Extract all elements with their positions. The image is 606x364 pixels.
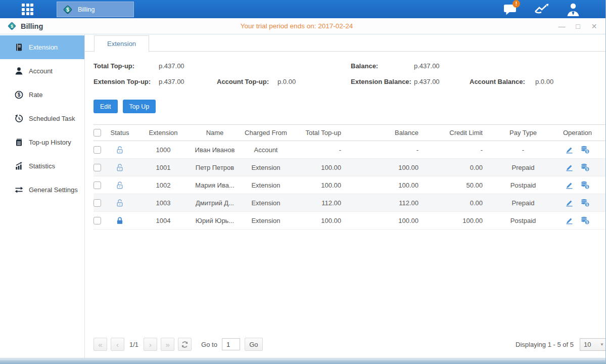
svg-text:$: $ <box>586 167 588 171</box>
user-account-icon[interactable] <box>565 2 581 17</box>
table-row: 1004 Юрий Юрь... Extension 100.00 100.00… <box>94 212 606 230</box>
edit-row-button[interactable] <box>565 216 574 225</box>
svg-text:$: $ <box>586 150 588 154</box>
tab-extension[interactable]: Extension <box>94 35 149 52</box>
app-menu-grid-icon[interactable] <box>22 4 35 15</box>
sidebar-item-topup-history[interactable]: Top-up History <box>0 130 84 154</box>
window-title-text: Billing <box>21 22 43 30</box>
col-pay-type: Pay Type <box>490 125 556 141</box>
col-credit-limit: Credit Limit <box>426 125 490 141</box>
next-page-button[interactable]: › <box>144 338 157 351</box>
sidebar-item-statistics[interactable]: Statistics <box>0 154 84 178</box>
pay-type: Postpaid <box>490 212 556 229</box>
top-up-row-button[interactable]: $ <box>580 145 590 154</box>
select-all-checkbox[interactable] <box>94 129 101 136</box>
action-buttons: Edit Top Up <box>94 100 606 113</box>
balance-label: Balance: <box>351 62 414 70</box>
col-total-topup: Total Top-up <box>295 125 348 141</box>
account-topup-label: Account Top-up: <box>217 78 277 85</box>
pencil-icon <box>565 181 574 190</box>
coins-icon: $ <box>580 145 590 154</box>
charged-from: Extension <box>237 212 295 229</box>
window-bottom-edge <box>0 358 605 364</box>
table-row: 1002 Мария Ива... Extension 100.00 100.0… <box>94 176 606 194</box>
goto-page-input[interactable] <box>222 338 240 350</box>
row-checkbox[interactable] <box>94 146 101 154</box>
extension-number: 1001 <box>134 159 193 176</box>
minimize-button[interactable]: — <box>557 22 566 30</box>
person-icon <box>15 67 23 75</box>
extension-number: 1000 <box>134 141 193 158</box>
top-up-row-button[interactable]: $ <box>580 216 590 225</box>
top-up-button[interactable]: Top Up <box>123 100 156 113</box>
sidebar-item-rate[interactable]: $ Rate <box>0 83 84 107</box>
extension-number: 1003 <box>134 194 193 211</box>
extension-number: 1002 <box>134 176 193 194</box>
ledger-icon <box>15 43 23 52</box>
refresh-button[interactable] <box>178 338 192 351</box>
taskbar-tab-billing[interactable]: $ Billing <box>57 2 134 17</box>
sidebar-item-scheduled-task[interactable]: Scheduled Task <box>0 107 84 130</box>
table-header: Status Extension Name Charged From Total… <box>94 124 606 141</box>
col-name: Name <box>193 125 237 141</box>
go-button[interactable]: Go <box>245 338 263 351</box>
col-operation: Operation <box>556 125 598 141</box>
balance: 100.00 <box>348 176 426 194</box>
edit-row-button[interactable] <box>565 146 574 154</box>
pencil-icon <box>565 146 574 154</box>
tab-strip: Extension <box>85 34 606 52</box>
total-topup-value: p.437.00 <box>159 62 217 70</box>
row-checkbox[interactable] <box>94 181 101 189</box>
total-topup: 100.00 <box>295 212 348 229</box>
edit-row-button[interactable] <box>565 163 574 172</box>
page-indicator: 1/1 <box>129 341 138 348</box>
edit-row-button[interactable] <box>565 181 574 190</box>
table-body: 1000 Иван Иванов Account - - - - $ <box>94 141 606 230</box>
extension-balance-value: p.437.00 <box>414 78 470 85</box>
prev-page-button[interactable]: ‹ <box>111 338 124 351</box>
first-page-button[interactable]: « <box>94 338 107 351</box>
charged-from: Extension <box>237 194 295 211</box>
top-up-row-button[interactable]: $ <box>580 180 590 190</box>
extension-number: 1004 <box>134 212 193 229</box>
sidebar: Extension Account $ Rate <box>0 34 85 358</box>
last-page-button[interactable]: » <box>161 338 174 351</box>
top-up-row-button[interactable]: $ <box>580 163 590 172</box>
coins-icon: $ <box>580 216 590 225</box>
row-checkbox[interactable] <box>94 217 101 224</box>
bar-chart-icon <box>15 162 23 170</box>
edit-row-button[interactable] <box>565 199 574 207</box>
account-balance-value: p.0.00 <box>535 78 606 85</box>
sidebar-item-extension[interactable]: Extension <box>0 35 84 59</box>
close-button[interactable]: ✕ <box>590 22 598 30</box>
extension-name: Петр Петров <box>193 159 237 176</box>
pencil-icon <box>565 216 574 225</box>
balance: 100.00 <box>348 212 426 229</box>
charged-from: Account <box>237 141 295 158</box>
account-topup-value: p.0.00 <box>277 78 351 85</box>
credit-limit: 100.00 <box>426 212 490 229</box>
extension-name: Мария Ива... <box>193 176 237 194</box>
pay-type: Prepaid <box>490 159 556 176</box>
messages-icon[interactable]: ! <box>502 2 519 17</box>
top-up-row-button[interactable]: $ <box>580 198 590 207</box>
sidebar-item-general-settings[interactable]: General Settings <box>0 178 84 202</box>
row-checkbox[interactable] <box>94 199 101 207</box>
sidebar-item-account[interactable]: Account <box>0 59 84 83</box>
pay-type: Prepaid <box>490 194 556 211</box>
pencil-icon <box>565 199 574 207</box>
svg-text:$: $ <box>586 203 588 207</box>
maximize-button[interactable]: □ <box>574 22 582 30</box>
lock-closed-icon <box>116 216 124 225</box>
row-checkbox[interactable] <box>94 164 101 171</box>
swap-arrows-icon <box>15 186 23 194</box>
billing-app-window: $ Billing ! <box>0 0 606 364</box>
svg-text:$: $ <box>586 220 588 224</box>
svg-text:$: $ <box>18 92 21 98</box>
resource-monitor-icon[interactable] <box>533 2 550 17</box>
page-size-select[interactable]: 10 ▼ <box>580 338 606 351</box>
person-silhouette-icon <box>566 2 581 16</box>
trial-notice: Your trial period ends on: 2017-02-24 <box>241 22 353 30</box>
lock-open-icon <box>116 181 124 190</box>
edit-button[interactable]: Edit <box>94 100 118 113</box>
